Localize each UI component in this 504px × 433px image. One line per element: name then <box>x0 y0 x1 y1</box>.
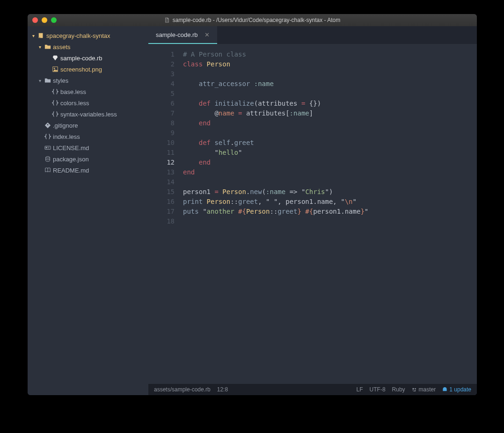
line-number[interactable]: 1 <box>148 50 175 59</box>
window-body: ▾ spacegray-chalk-syntax ▾assetssample-c… <box>28 26 477 395</box>
tree-root-label: spacegray-chalk-syntax <box>46 32 110 39</box>
image-icon <box>50 66 60 72</box>
git-icon <box>43 122 53 129</box>
line-number[interactable]: 9 <box>148 128 175 138</box>
line-number[interactable]: 5 <box>148 89 175 99</box>
code-line[interactable]: "hello" <box>183 148 368 158</box>
code-line[interactable]: print Person::greet, " ", person1.name, … <box>183 197 368 207</box>
line-number[interactable]: 10 <box>148 138 175 148</box>
code-line[interactable] <box>183 69 368 79</box>
git-branch-icon <box>412 387 417 392</box>
status-grammar[interactable]: Ruby <box>392 386 405 393</box>
status-encoding[interactable]: UTF-8 <box>370 386 386 393</box>
chevron-down-icon: ▾ <box>37 44 43 50</box>
status-bar: assets/sample-code.rb 12:8 LF UTF-8 Ruby… <box>148 384 477 395</box>
repo-icon <box>36 32 46 39</box>
app-window: sample-code.rb - /Users/Vidur/Code/space… <box>28 14 477 395</box>
zoom-window-button[interactable] <box>51 17 57 23</box>
tree-item-label: README.md <box>53 167 89 174</box>
tree-item-assets[interactable]: ▾assets <box>28 41 148 52</box>
text-editor[interactable]: 123456789101112131415161718 # A Person c… <box>148 44 477 384</box>
ruby-icon <box>50 55 60 61</box>
status-git-branch[interactable]: master <box>412 386 436 393</box>
line-number[interactable]: 11 <box>148 148 175 158</box>
tree-item-label: screenshot.png <box>60 66 102 73</box>
tree-item-license-md[interactable]: LICENSE.md <box>28 142 148 153</box>
tree-item-colors-less[interactable]: colors.less <box>28 97 148 108</box>
book-icon <box>43 167 53 173</box>
tree-item-styles[interactable]: ▾styles <box>28 75 148 86</box>
line-number[interactable]: 14 <box>148 177 175 187</box>
status-file-path[interactable]: assets/sample-code.rb <box>154 386 211 393</box>
code-line[interactable]: def self.greet <box>183 138 368 148</box>
tree-item-label: assets <box>53 43 71 51</box>
tree-item-screenshot-png[interactable]: screenshot.png <box>28 64 148 75</box>
css-icon <box>43 133 53 140</box>
tree-item-label: LICENSE.md <box>53 144 89 152</box>
status-update[interactable]: 1 update <box>442 386 471 393</box>
svg-point-0 <box>54 68 55 69</box>
status-cursor-position[interactable]: 12:8 <box>217 386 228 393</box>
minimize-window-button[interactable] <box>42 17 47 23</box>
code-line[interactable]: attr_accessor :name <box>183 79 368 89</box>
chevron-down-icon: ▾ <box>30 33 36 38</box>
folder-icon <box>43 43 53 50</box>
editor-pane: sample-code.rb ✕ 12345678910111213141516… <box>148 26 477 395</box>
tree-item-label: colors.less <box>60 100 89 107</box>
json-icon <box>43 156 53 162</box>
code-line[interactable]: end <box>183 158 368 167</box>
tab-bar[interactable]: sample-code.rb ✕ <box>148 26 477 44</box>
line-number[interactable]: 7 <box>148 108 175 118</box>
tree-item-base-less[interactable]: base.less <box>28 86 148 97</box>
line-number[interactable]: 6 <box>148 99 175 108</box>
code-line[interactable] <box>183 128 368 138</box>
tree-item--gitignore[interactable]: .gitignore <box>28 120 148 131</box>
tree-item-index-less[interactable]: index.less <box>28 131 148 142</box>
code-line[interactable] <box>183 177 368 187</box>
code-line[interactable]: def initialize(attributes = {}) <box>183 99 368 108</box>
tree-item-label: base.less <box>60 88 86 95</box>
line-number[interactable]: 12 <box>148 158 175 167</box>
line-number[interactable]: 3 <box>148 69 175 79</box>
tree-item-label: styles <box>53 77 68 84</box>
close-icon[interactable]: ✕ <box>205 31 210 38</box>
tree-item-label: index.less <box>53 133 80 140</box>
line-number[interactable]: 17 <box>148 207 175 216</box>
squirrel-icon <box>442 387 447 392</box>
line-number[interactable]: 2 <box>148 59 175 69</box>
tree-item-syntax-variables-less[interactable]: syntax-variables.less <box>28 108 148 120</box>
tree-view[interactable]: ▾ spacegray-chalk-syntax ▾assetssample-c… <box>28 26 148 395</box>
line-number-gutter[interactable]: 123456789101112131415161718 <box>148 44 180 384</box>
line-number[interactable]: 13 <box>148 167 175 177</box>
code-line[interactable]: end <box>183 118 368 128</box>
code-line[interactable] <box>183 89 368 99</box>
css-icon <box>50 88 60 95</box>
code-line[interactable]: puts "another #{Person::greet} #{person1… <box>183 207 368 216</box>
md-icon <box>43 144 53 151</box>
code-line[interactable]: person1 = Person.new(:name => "Chris") <box>183 187 368 197</box>
line-number[interactable]: 18 <box>148 216 175 226</box>
code-line[interactable]: # A Person class <box>183 50 368 59</box>
line-number[interactable]: 16 <box>148 197 175 207</box>
status-line-ending[interactable]: LF <box>357 386 363 393</box>
code-line[interactable]: end <box>183 167 368 177</box>
line-number[interactable]: 8 <box>148 118 175 128</box>
close-window-button[interactable] <box>32 17 38 23</box>
tab-active[interactable]: sample-code.rb ✕ <box>148 26 217 44</box>
tree-item-label: .gitignore <box>53 122 78 129</box>
line-number[interactable]: 4 <box>148 79 175 89</box>
tree-item-readme-md[interactable]: README.md <box>28 165 148 176</box>
titlebar[interactable]: sample-code.rb - /Users/Vidur/Code/space… <box>28 14 477 26</box>
code-content[interactable]: # A Person classclass Person attr_access… <box>180 44 368 384</box>
code-line[interactable]: class Person <box>183 59 368 69</box>
tree-item-label: syntax-variables.less <box>60 111 117 118</box>
line-number[interactable]: 15 <box>148 187 175 197</box>
tree-root[interactable]: ▾ spacegray-chalk-syntax <box>28 30 148 41</box>
code-line[interactable] <box>183 216 368 226</box>
chevron-down-icon: ▾ <box>37 78 43 83</box>
css-icon <box>50 100 60 106</box>
tree-item-package-json[interactable]: package.json <box>28 153 148 165</box>
tree-item-sample-code-rb[interactable]: sample-code.rb <box>28 52 148 64</box>
code-line[interactable]: @name = attributes[:name] <box>183 108 368 118</box>
svg-point-2 <box>46 157 50 159</box>
